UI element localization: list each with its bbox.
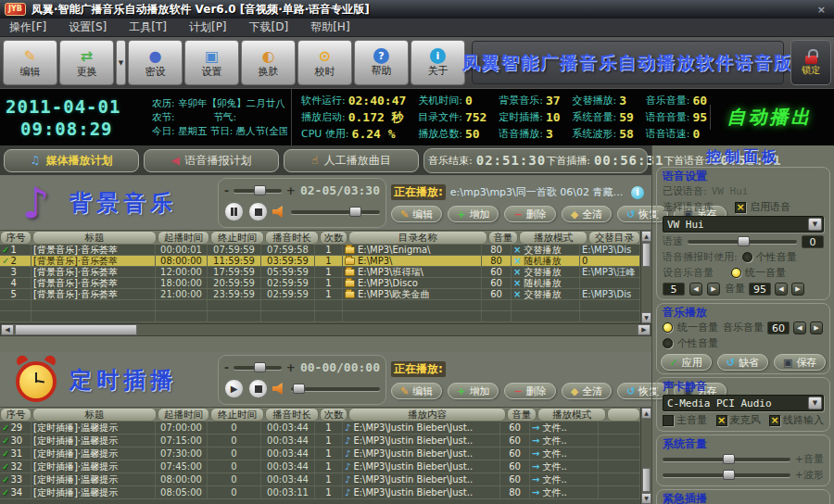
scroll-up-icon[interactable]: ▲ [641,408,651,419]
column-header[interactable]: 播音时长 [265,408,319,422]
list-action-button[interactable]: ◆ 全清 [562,206,612,222]
volume-minus[interactable]: - [224,186,229,195]
table-row[interactable]: ✓31 [定时插播]·温馨提示 07:30:00 0 00:03:44 1 ♪E… [0,447,640,460]
info-icon[interactable]: i [631,186,644,199]
increase-icon[interactable]: ▶ [791,283,804,296]
column-header[interactable]: 终止时间 [210,408,264,422]
panel-action-button[interactable]: ▣ 保存 [774,354,826,371]
table-row[interactable]: ✓4 [背景音乐]·音乐荟萃 18:00:00 20:59:59 02:59:5… [0,278,640,289]
mute-checkbox[interactable]: × [716,415,727,426]
music-unified-radio[interactable] [663,322,673,333]
chevron-down-icon[interactable]: ▼ [808,397,822,410]
column-header[interactable]: 起播时间 [158,408,209,422]
column-header[interactable]: 次数 [320,408,348,422]
lock-button[interactable]: 锁定 [790,40,831,85]
edit-button[interactable]: ✎编辑 [3,40,57,85]
table-row[interactable]: ✓30 [定时插播]·温馨提示 07:15:00 0 00:03:44 1 ♪E… [0,435,640,447]
list-action-button[interactable]: ◆ 全清 [562,383,612,399]
play-button[interactable]: ▶ [224,379,244,398]
stop-button[interactable] [248,379,268,398]
system-wave-slider[interactable] [663,473,790,477]
decrease-icon[interactable]: ◀ [775,283,788,296]
scroll-thumb[interactable] [642,243,651,267]
volume-minus[interactable]: - [224,363,229,372]
timer-volume-slider[interactable] [234,366,282,370]
menu-item[interactable]: 操作[F] [9,19,46,35]
volume-plus[interactable]: + [286,363,296,372]
column-header[interactable]: 序号 [0,408,32,422]
menu-item[interactable]: 设置[S] [69,19,107,35]
swap-button[interactable]: ⇄更换 [59,40,114,85]
menu-item[interactable]: 下载[D] [249,19,289,35]
column-header[interactable]: 起播时间 [158,231,209,245]
decrease-icon[interactable]: ◀ [793,321,806,334]
help-button[interactable]: ?帮助 [354,40,409,85]
scroll-left-icon[interactable]: ◀ [1,324,14,335]
chevron-down-icon[interactable]: ▼ [116,40,126,85]
mute-checkbox[interactable]: × [769,415,780,426]
system-volume-slider[interactable] [663,458,790,461]
table-row[interactable]: ✓ × [0,311,640,322]
table-row[interactable]: ✓34 [定时插播]·温馨提示 08:05:00 0 00:03:11 1 ♪E… [0,486,640,499]
table-row[interactable]: ✓ × [0,300,640,311]
decrease-icon[interactable]: ◀ [689,283,702,296]
about-button[interactable]: i关于 [411,40,465,85]
menu-item[interactable]: 计划[P] [189,19,227,35]
list-action-button[interactable]: + 增加 [448,383,499,399]
column-header[interactable]: 播放内容 [348,408,506,422]
scroll-thumb[interactable] [642,468,651,492]
scroll-down-icon[interactable]: ▼ [641,312,651,323]
table-row[interactable]: ✓1 [背景音乐]·音乐荟萃 00:00:01 07:59:59 07:59:5… [0,245,640,256]
bg-progress-slider[interactable] [291,210,380,214]
increase-icon[interactable]: ▶ [707,283,720,296]
table-row[interactable]: ✓3 [背景音乐]·音乐荟萃 12:00:00 17:59:59 05:59:5… [0,267,640,278]
scroll-up-icon[interactable]: ▲ [641,231,651,242]
column-header[interactable]: 终止时间 [210,231,264,245]
password-button[interactable]: ●密设 [128,40,183,85]
menu-item[interactable]: 工具[T] [129,19,167,35]
column-header[interactable]: 音量 [488,231,518,245]
bg-table-vscrollbar[interactable]: ▲ ▼ [640,231,651,323]
timer-progress-slider[interactable] [291,387,380,391]
table-row[interactable]: ✓32 [定时插播]·温馨提示 07:45:00 0 00:03:44 1 ♪E… [0,460,640,473]
table-row[interactable]: ✓5 [背景音乐]·音乐荟萃 21:00:00 23:59:59 02:59:5… [0,289,640,300]
column-header[interactable]: 标题 [32,408,157,422]
settings-button[interactable]: ▣设置 [184,40,239,85]
tab[interactable]: ♫ 媒体播放计划 [4,149,139,172]
increase-icon[interactable]: ▶ [810,321,823,334]
speech-rate-slider[interactable] [688,240,797,244]
soundcard-select[interactable]: C-Media PCI Audio ▼ [663,395,824,411]
tab[interactable]: ◀ 语音播报计划 [144,149,279,172]
panel-action-button[interactable]: ↺ 缺省 [717,354,768,371]
chevron-down-icon[interactable]: ▼ [808,218,822,231]
speaker-icon[interactable] [272,206,286,218]
bg-table-hscrollbar[interactable]: ◀ ▶ [0,323,651,336]
stop-button[interactable] [248,202,268,221]
column-header[interactable]: 音量 [507,408,537,422]
table-row[interactable]: ✓29 [定时插播]·温馨提示 07:00:00 0 00:03:44 1 ♪E… [0,422,640,435]
bg-volume-slider[interactable] [234,189,282,193]
table-row[interactable]: ✓2 [背景音乐]·音乐荟萃 08:00:00 11:59:59 03:59:5… [0,256,640,267]
volume-plus[interactable]: + [286,186,296,195]
list-action-button[interactable]: − 删除 [504,383,555,399]
speaker-icon[interactable] [272,383,286,395]
music-personal-radio[interactable] [663,338,673,348]
column-header[interactable]: 播放模式 [537,408,606,422]
column-header[interactable]: 标题 [32,231,157,245]
scroll-thumb[interactable] [15,324,137,335]
column-header[interactable]: 次数 [320,231,348,245]
list-action-button[interactable]: ✎ 编辑 [391,206,442,222]
column-header[interactable]: 播音时长 [265,231,319,245]
column-header[interactable]: 目录名称 [348,231,487,245]
column-header[interactable]: 序号 [0,231,32,245]
scroll-down-icon[interactable]: ▼ [641,493,651,504]
tab[interactable]: ☝ 人工播放曲目 [284,149,419,172]
timer-table-vscrollbar[interactable]: ▲ ▼ [640,408,651,504]
table-row[interactable]: ✓33 [定时插播]·温馨提示 08:00:00 0 00:03:44 1 ♪E… [0,473,640,486]
column-header[interactable]: 交替目录 [588,231,640,245]
list-action-button[interactable]: + 增加 [448,206,499,222]
column-header[interactable]: 播放模式 [519,231,588,245]
enable-voice-checkbox[interactable]: × [735,202,746,213]
close-button[interactable]: × [814,4,829,16]
panel-action-button[interactable]: ✓ 应用 [661,354,712,371]
